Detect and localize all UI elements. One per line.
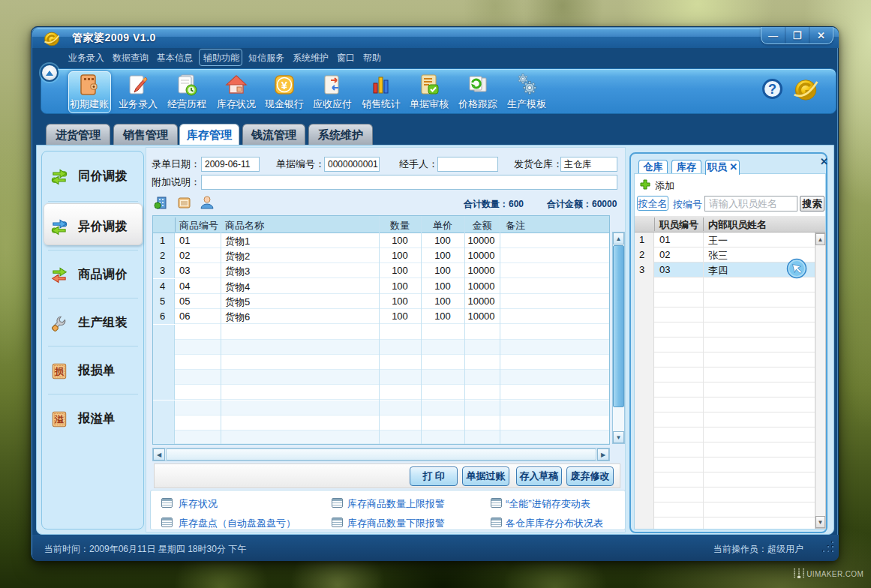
svg-text:损: 损: [54, 366, 65, 376]
svg-text:溢: 溢: [54, 414, 64, 424]
svg-text:¥: ¥: [281, 79, 288, 92]
